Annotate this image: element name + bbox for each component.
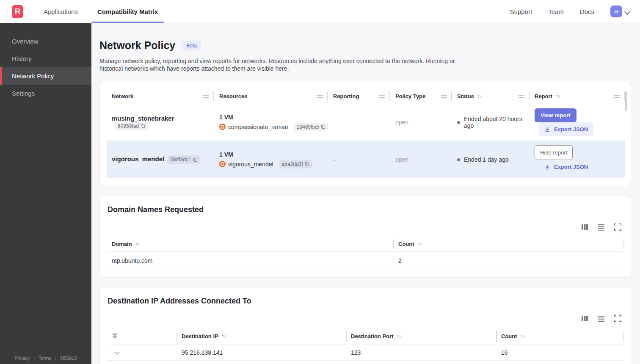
col-network: Network: [107, 89, 214, 104]
status-text: Ended 1 day ago: [464, 156, 509, 163]
navbar-right: Support Team Docs H: [510, 6, 640, 17]
domain-value: ntp.ubuntu.com: [107, 252, 393, 270]
domains-table-header: Domain Count: [107, 237, 624, 252]
columns-icon[interactable]: [581, 315, 588, 322]
main-content: Network Policy Beta Manage network polic…: [91, 23, 640, 364]
divider: |: [33, 356, 35, 361]
download-icon: [544, 164, 550, 170]
vm-count: 1 VM: [219, 114, 323, 121]
column-resize-handle[interactable]: [441, 95, 447, 98]
export-json-button[interactable]: Export JSON: [539, 122, 593, 136]
ubuntu-icon: [219, 124, 226, 130]
count-value: 2: [393, 252, 624, 270]
destination-ip: 95.216.138.141: [177, 345, 346, 360]
top-navbar: R Applications Compatibility Matrix Supp…: [0, 0, 640, 23]
policy-type-value: open: [390, 141, 452, 179]
sidebar-item-history[interactable]: History: [0, 50, 91, 67]
chevron-down-icon[interactable]: [625, 9, 630, 14]
col-reporting: Reporting: [328, 89, 390, 104]
col-expand-all[interactable]: [107, 328, 177, 345]
network-name: vigorous_mendel: [112, 155, 164, 163]
export-json-button[interactable]: Export JSON: [539, 160, 593, 174]
domains-table: Domain Count ntp.ubuntu.com 2: [107, 237, 624, 270]
ubuntu-icon: [219, 161, 226, 167]
app-logo[interactable]: R: [12, 5, 23, 18]
table-row-musing-stonebraker[interactable]: musing_stonebraker60959fad 1 VM compassi…: [107, 104, 625, 141]
terms-link[interactable]: Terms: [39, 356, 51, 361]
page-description: Manage network policy, reporting and vie…: [99, 57, 472, 72]
table-row[interactable]: 95.216.138.141 123 16: [107, 345, 624, 360]
copy-icon: [193, 157, 198, 162]
beta-badge: Beta: [182, 41, 201, 51]
col-destination-ip[interactable]: Destination IP: [177, 328, 346, 345]
resource-name: vigorous_mendel: [228, 161, 273, 168]
sidebar-items: Overview History Network Policy Settings: [0, 33, 91, 102]
nav-link-team[interactable]: Team: [548, 8, 564, 15]
nav-link-docs[interactable]: Docs: [580, 8, 594, 15]
table-row[interactable]: 185.125.190.57 123 16: [107, 360, 624, 364]
network-hash-badge[interactable]: 60959fad: [115, 122, 148, 130]
expand-icon[interactable]: [614, 223, 621, 231]
row-expand-icon[interactable]: [115, 350, 119, 355]
sort-icon[interactable]: [520, 334, 526, 339]
policy-type-value: open: [390, 104, 452, 141]
col-status[interactable]: Status: [452, 89, 530, 104]
network-name: musing_stonebraker: [112, 115, 174, 122]
row-density-icon[interactable]: [598, 315, 605, 322]
column-resize-handle[interactable]: [203, 95, 209, 98]
user-menu[interactable]: H: [610, 6, 630, 17]
sidebar-item-settings[interactable]: Settings: [0, 85, 91, 102]
domains-card-title: Domain Names Requested: [107, 203, 624, 214]
resource-hash-badge[interactable]: 184696a5: [294, 123, 328, 131]
col-count[interactable]: Count: [496, 328, 624, 345]
sort-icon[interactable]: [555, 94, 561, 99]
destinations-table: Destination IP Destination Port Count 95…: [107, 328, 624, 364]
sort-icon[interactable]: [396, 334, 402, 339]
download-icon: [544, 127, 550, 132]
sort-icon[interactable]: [477, 94, 483, 99]
hide-report-button[interactable]: Hide report: [535, 145, 573, 160]
view-report-button[interactable]: View report: [535, 108, 577, 122]
resource-name: compassionate_raman: [228, 124, 288, 130]
copy-icon: [141, 124, 145, 128]
sort-icon[interactable]: [417, 241, 423, 247]
tab-compatibility-matrix[interactable]: Compatibility Matrix: [91, 0, 164, 23]
columns-icon[interactable]: [581, 223, 588, 231]
col-resources: Resources: [214, 89, 328, 104]
row-density-icon[interactable]: [598, 223, 605, 231]
network-hash-badge[interactable]: 5bdf3dc1: [168, 155, 200, 164]
vm-count: 1 VM: [219, 151, 323, 158]
nav-tabs: Applications Compatibility Matrix: [38, 0, 171, 23]
double-chevron-down-icon: [112, 332, 118, 339]
col-destination-port[interactable]: Destination Port: [346, 328, 496, 345]
column-resize-handle[interactable]: [519, 95, 524, 98]
sort-icon[interactable]: [221, 334, 227, 339]
status-dot-icon: [457, 121, 460, 124]
destination-ip: 185.125.190.57: [177, 360, 346, 364]
column-resize-handle[interactable]: [614, 95, 620, 98]
network-table: Network Resources Reporting Policy Type …: [107, 89, 625, 178]
sort-icon[interactable]: [135, 241, 141, 247]
avatar[interactable]: H: [610, 6, 622, 17]
sidebar-item-overview[interactable]: Overview: [0, 33, 91, 50]
col-report[interactable]: Report: [530, 89, 625, 104]
table-row-vigorous-mendel[interactable]: vigorous_mendel5bdf3dc1 1 VM vigorous_me…: [107, 141, 625, 179]
col-count[interactable]: Count: [393, 237, 624, 252]
col-domain[interactable]: Domain: [107, 237, 393, 252]
column-resize-handle[interactable]: [317, 95, 323, 98]
status-dot-icon: [457, 158, 460, 161]
page-title: Network Policy: [99, 39, 175, 52]
privacy-link[interactable]: Privacy: [14, 356, 30, 361]
divider: |: [55, 356, 56, 361]
nav-link-support[interactable]: Support: [510, 8, 532, 15]
column-resize-handle[interactable]: [379, 95, 385, 98]
tab-applications[interactable]: Applications: [38, 0, 84, 23]
sidebar-item-network-policy[interactable]: Network Policy: [0, 67, 91, 85]
table-scrollbar[interactable]: [625, 91, 627, 111]
copy-icon: [305, 162, 309, 166]
destinations-table-header: Destination IP Destination Port Count: [107, 328, 624, 345]
table-row[interactable]: ntp.ubuntu.com 2: [107, 252, 624, 270]
status-text: Ended about 20 hours ago: [464, 116, 524, 129]
resource-hash-badge[interactable]: aba2dd3f: [279, 160, 312, 168]
expand-icon[interactable]: [614, 315, 621, 322]
